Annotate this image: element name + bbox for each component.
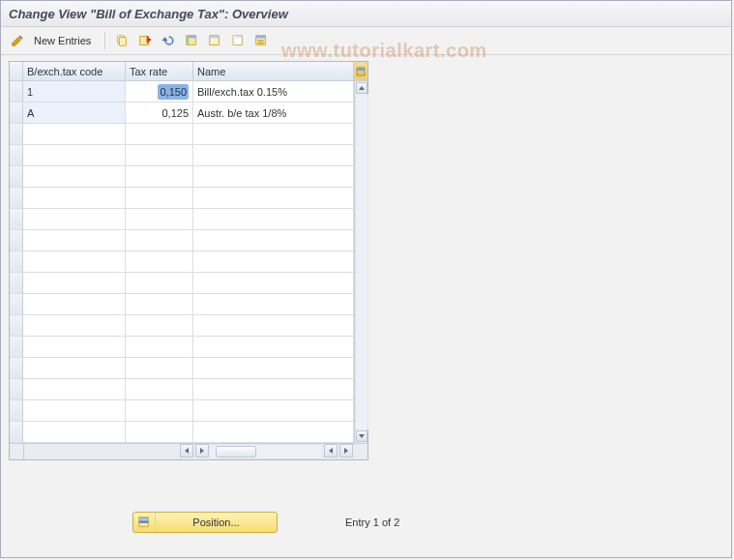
- cell-tax-rate[interactable]: [126, 188, 193, 209]
- cell-tax-code[interactable]: [23, 358, 126, 379]
- cell-tax-code[interactable]: A: [23, 103, 126, 124]
- delete-button[interactable]: [136, 32, 154, 49]
- cell-tax-rate[interactable]: [126, 230, 193, 251]
- cell-tax-rate[interactable]: [126, 145, 193, 166]
- cell-tax-code[interactable]: [23, 251, 126, 273]
- cell-tax-rate[interactable]: 0,125: [126, 103, 193, 124]
- row-selector[interactable]: [10, 145, 23, 166]
- cell-tax-name[interactable]: [193, 400, 354, 422]
- row-selector[interactable]: [10, 358, 23, 379]
- cell-tax-name[interactable]: [193, 251, 354, 273]
- new-entries-button[interactable]: New Entries: [32, 31, 97, 50]
- cell-tax-rate[interactable]: 0,150: [126, 81, 193, 103]
- cell-tax-name[interactable]: [193, 209, 354, 230]
- cell-tax-rate[interactable]: [126, 273, 193, 294]
- column-header-name[interactable]: Name: [193, 62, 354, 81]
- cell-tax-code[interactable]: [23, 209, 126, 230]
- cell-tax-rate[interactable]: [126, 166, 193, 188]
- cell-tax-rate[interactable]: [126, 379, 193, 400]
- row-selector[interactable]: [10, 337, 23, 358]
- cell-tax-name[interactable]: [193, 337, 354, 358]
- cell-tax-name[interactable]: [193, 379, 354, 400]
- scroll-down-button[interactable]: [356, 430, 367, 442]
- deselect-all-button[interactable]: [229, 32, 247, 49]
- row-selector[interactable]: [10, 209, 23, 230]
- grid-corner[interactable]: [10, 62, 23, 81]
- cell-tax-name[interactable]: [193, 145, 354, 166]
- table-row: [10, 294, 354, 315]
- table-row: A0,125Austr. b/e tax 1/8%: [10, 103, 354, 124]
- scroll-page-right-button[interactable]: [324, 444, 338, 457]
- horizontal-scroll-thumb[interactable]: [216, 446, 256, 457]
- select-block-button[interactable]: [206, 32, 223, 49]
- cell-tax-code[interactable]: [23, 166, 126, 188]
- cell-tax-code[interactable]: [23, 400, 126, 422]
- select-all-button[interactable]: [183, 32, 200, 49]
- cell-tax-name[interactable]: [193, 166, 354, 188]
- scroll-up-button[interactable]: [356, 82, 367, 94]
- row-selector[interactable]: [10, 315, 23, 337]
- cell-tax-code[interactable]: [23, 124, 126, 145]
- table-row: [10, 251, 354, 273]
- position-button[interactable]: Position...: [132, 512, 278, 533]
- cell-tax-code[interactable]: [23, 337, 126, 358]
- cell-tax-name[interactable]: [193, 315, 354, 337]
- row-selector[interactable]: [10, 103, 23, 124]
- row-selector[interactable]: [10, 400, 23, 422]
- chevron-up-icon: [359, 85, 365, 91]
- row-selector[interactable]: [10, 379, 23, 400]
- cell-tax-rate[interactable]: [126, 315, 193, 337]
- cell-tax-code[interactable]: [23, 294, 126, 315]
- row-selector[interactable]: [10, 81, 23, 103]
- undo-button[interactable]: [160, 32, 177, 49]
- cell-tax-name[interactable]: [193, 358, 354, 379]
- scroll-left-button[interactable]: [180, 444, 193, 457]
- pencil-icon: [11, 34, 24, 47]
- cell-tax-code[interactable]: [23, 379, 126, 400]
- cell-tax-name[interactable]: Austr. b/e tax 1/8%: [193, 103, 354, 124]
- cell-tax-name[interactable]: [193, 124, 354, 145]
- cell-tax-rate[interactable]: [126, 337, 193, 358]
- cell-tax-code[interactable]: [23, 230, 126, 251]
- cell-tax-rate[interactable]: [126, 251, 193, 273]
- horizontal-scroll-track[interactable]: [212, 444, 321, 459]
- row-selector[interactable]: [10, 251, 23, 273]
- cell-tax-name[interactable]: [193, 273, 354, 294]
- cell-tax-name[interactable]: Bill/exch.tax 0.15%: [193, 81, 354, 103]
- cell-tax-name[interactable]: [193, 188, 354, 209]
- chevron-down-icon: [359, 433, 365, 439]
- cell-tax-code[interactable]: [23, 145, 126, 166]
- toggle-edit-button[interactable]: [9, 32, 26, 49]
- cell-tax-rate[interactable]: [126, 209, 193, 230]
- column-header-code[interactable]: B/exch.tax code: [23, 62, 126, 81]
- cell-tax-name[interactable]: [193, 294, 354, 315]
- table-settings-button[interactable]: [252, 32, 270, 49]
- cell-tax-rate[interactable]: [126, 422, 193, 443]
- cell-tax-rate[interactable]: [126, 124, 193, 145]
- row-selector[interactable]: [10, 166, 23, 188]
- row-selector[interactable]: [10, 294, 23, 315]
- copy-as-button[interactable]: [113, 32, 131, 49]
- cell-tax-rate[interactable]: [126, 294, 193, 315]
- row-selector[interactable]: [10, 273, 23, 294]
- scroll-right-button[interactable]: [339, 444, 353, 457]
- cell-tax-name[interactable]: [193, 230, 354, 251]
- cell-tax-code[interactable]: 1: [23, 81, 126, 103]
- grid-configure-button[interactable]: [354, 62, 367, 81]
- cell-tax-code[interactable]: [23, 188, 126, 209]
- row-selector[interactable]: [10, 188, 23, 209]
- row-selector[interactable]: [10, 230, 23, 251]
- row-selector[interactable]: [10, 422, 23, 443]
- column-header-rate[interactable]: Tax rate: [126, 62, 193, 81]
- scroll-page-left-button[interactable]: [195, 444, 209, 457]
- grid-vertical-scrollbar[interactable]: [354, 81, 367, 443]
- grid-horizontal-scrollbar[interactable]: [10, 443, 367, 459]
- cell-tax-name[interactable]: [193, 422, 354, 443]
- cell-tax-rate[interactable]: [126, 400, 193, 422]
- cell-tax-code[interactable]: [23, 422, 126, 443]
- cell-tax-code[interactable]: [23, 315, 126, 337]
- row-selector[interactable]: [10, 124, 23, 145]
- vertical-scroll-track[interactable]: [355, 95, 368, 429]
- cell-tax-code[interactable]: [23, 273, 126, 294]
- cell-tax-rate[interactable]: [126, 358, 193, 379]
